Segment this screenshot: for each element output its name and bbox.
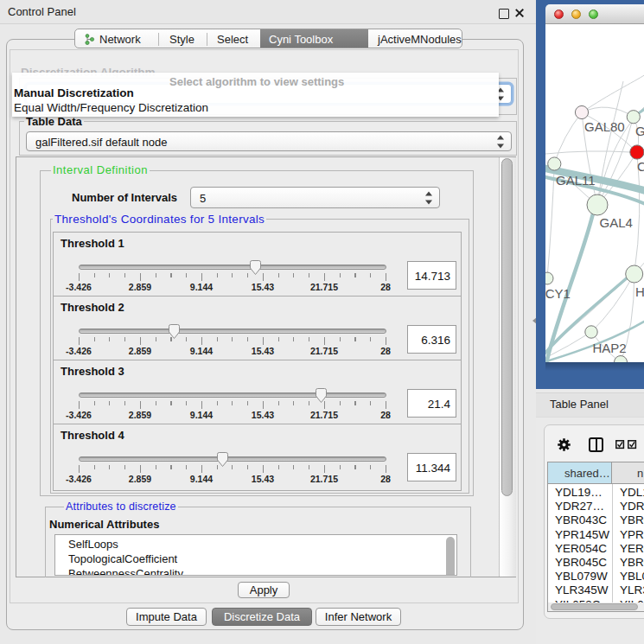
- svg-text:GCY1: GCY1: [545, 286, 571, 301]
- svg-text:GAL11: GAL11: [556, 173, 596, 188]
- svg-text:GAL80: GAL80: [584, 119, 625, 134]
- svg-text:C: C: [637, 159, 644, 174]
- svg-text:GAL4: GAL4: [600, 215, 633, 230]
- svg-text:H: H: [635, 284, 644, 299]
- svg-text:HAP2: HAP2: [593, 341, 627, 355]
- svg-text:G.: G.: [635, 124, 644, 138]
